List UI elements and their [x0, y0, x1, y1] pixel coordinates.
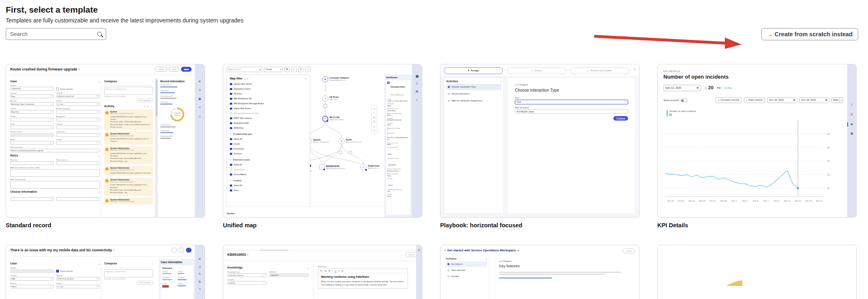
layers-icon: ▤ [416, 90, 419, 93]
field-deco-icon [264, 282, 266, 284]
mini-form-column: Case▴ NumberCS0001031Needs attentionChan… [10, 78, 100, 217]
mini-button [171, 248, 177, 253]
radio-icon [447, 275, 449, 277]
attribute-row: http://10.1.1.132/trade/index.html [387, 137, 409, 141]
svg-text:Dec 17: Dec 17 [816, 200, 822, 202]
chevron-down-icon: ▾ [518, 249, 519, 252]
mini-form-field: Asset [10, 123, 54, 129]
options-icon: ≡ [746, 99, 748, 101]
map-filter-item: Select All [230, 138, 307, 140]
chart-options-button: ≡Chart options [744, 97, 765, 103]
template-card-unified-map[interactable]: Search for a CI 3 levels▾ ⚑ + ↻ ~ [223, 64, 422, 218]
mini-post-comment-button: Post Comment [137, 99, 153, 102]
template-cell-standard-record: Router crashed during firmware upgrade▾ … [6, 64, 205, 229]
close-icon: × [152, 263, 153, 265]
map-filter-item: Mapped Application Service [230, 112, 307, 114]
mini-tab-bar [10, 73, 201, 75]
checkbox-icon [230, 112, 232, 115]
field-deco-icon [96, 134, 98, 136]
mini-header-buttons [171, 248, 192, 253]
mini-form-field: Work notes (Private) [10, 178, 100, 189]
activity-item: Key features [446, 262, 487, 267]
mini-form-field: Number [10, 267, 54, 273]
svg-text:40: 40 [827, 160, 830, 162]
kpi-toolbar: Show records ⊙Compare records ≡Chart opt… [663, 97, 843, 103]
template-card-kpi-details[interactable]: KPI DETAILS Number of open incidents○ De… [657, 64, 857, 218]
mini-compose-column: Compose× Type your comments here Everyon… [104, 78, 153, 217]
flag-icon: ⚑ [284, 67, 290, 72]
chart-legend: Number of open incidents 20 [667, 110, 696, 117]
path-icon: ~ [305, 67, 310, 72]
template-card-guide[interactable]: ‹Get started with Service Operations Wor… [440, 245, 639, 299]
refresh-icon: ↻ [298, 67, 303, 72]
mini-date-picker: Dec 13, 2020▦ [663, 85, 701, 91]
map-node-webbroker: □WEBBROKERIBM WebSphere Messa... [319, 165, 346, 170]
step-icon [532, 69, 533, 72]
mini-activities-panel: Activities▴ Key featuresUsers and rolesG… [444, 256, 489, 299]
mini-form-field: ChannelSMS [10, 275, 54, 281]
divider [101, 78, 101, 217]
activity-item: Wait for Interaction assignment [446, 98, 502, 104]
mini-form-field: Needs attention [56, 87, 100, 90]
activity-entry: System AdministratorWork notes • 2019-08… [104, 146, 153, 164]
contextual-sidebar: ⊕ ◎ ✎ ⊞ ≡ [195, 245, 205, 299]
template-card-knowledge[interactable]: KB0010003▾ Knowledge▴ Knowledge baseCons… [223, 245, 422, 299]
playbook-step: Create [507, 67, 566, 74]
attribute-row: Discovery sourceServiceNow [387, 108, 409, 112]
kpi-title: Number of open incidents○ [663, 74, 732, 80]
field-deco-icon [50, 119, 52, 121]
badge-icon [327, 120, 329, 122]
field-deco-icon [96, 286, 98, 288]
radio-icon [447, 269, 449, 271]
mini-ci-search: Search for a CI [227, 67, 262, 72]
field-deco-icon [50, 286, 52, 288]
compose-icon: ▣ [198, 97, 201, 101]
search-input[interactable] [10, 31, 97, 37]
activity-item: Users and roles [446, 268, 487, 273]
template-card-blank[interactable] [657, 245, 857, 299]
template-card-case[interactable]: There is an issue with my my mobile data… [6, 245, 205, 299]
checkbox-icon [230, 143, 232, 145]
create-from-scratch-button[interactable]: → Create from scratch instead [761, 28, 858, 40]
link-icon: ⊞ [198, 280, 201, 284]
contextual-sidebar: ⊕ ◎ ▣ ≡ ◇ [195, 64, 205, 217]
playbook-step: Review and Update [570, 67, 629, 74]
activity-item: Get help [446, 274, 487, 279]
search-box[interactable] [6, 28, 106, 40]
svg-text:Nov 21: Nov 21 [678, 200, 684, 202]
chevron-down-icon: ▾ [247, 253, 248, 256]
checkbox-icon [230, 185, 232, 187]
map-filter-item: HA Proxy [230, 92, 307, 95]
radio-icon [448, 86, 450, 88]
mini-form-field: NumberCS0001031 [10, 84, 54, 90]
mini-form-field: Priority4 - Low [56, 100, 100, 106]
checkbox-icon [230, 189, 232, 192]
field-deco-icon [96, 119, 98, 121]
map-filter-panel: Map filter⊙▾× Apache Web ServerApplicati… [227, 75, 310, 217]
template-cell-row2-knowledge: KB0010003▾ Knowledge▴ Knowledge baseCons… [223, 245, 422, 299]
template-card-title: Unified map [223, 222, 422, 229]
map-filter-item: ServiceWatch [230, 173, 307, 176]
svg-text:Nov 23: Nov 23 [688, 200, 695, 202]
checkbox-icon [230, 127, 232, 130]
map-node-cluster: ⊙SN 5.5 GBApplication Cluster [322, 116, 345, 122]
map-filter-item: Location [230, 179, 307, 182]
field-deco-icon [50, 95, 52, 97]
attribute-row: Updated2020-03-10 09:02:03 [387, 118, 409, 121]
page-title: First, select a template [6, 4, 98, 15]
svg-text:Dec 1: Dec 1 [731, 200, 737, 202]
kpi-value: 20 [704, 85, 713, 91]
radio-icon [447, 263, 449, 265]
impact-badge [162, 285, 169, 288]
field-deco-icon [50, 103, 52, 105]
kpi-eyebrow: KPI DETAILS [663, 70, 680, 73]
kpi-delta-pct: (12.5%) [724, 87, 732, 90]
pie-chart-sliver [726, 280, 742, 286]
attribute-row: Entry points1 [387, 132, 409, 136]
attribute-row: Application Services1 [387, 128, 409, 131]
svg-text:Dec 9: Dec 9 [774, 200, 779, 202]
template-card-standard-record[interactable]: Router crashed during firmware upgrade▾ … [6, 64, 205, 218]
field-deco-icon [50, 162, 52, 164]
field-deco-icon [50, 111, 52, 113]
template-card-playbook[interactable]: AssignCreateReview and Update ▽ Activiti… [440, 64, 639, 218]
